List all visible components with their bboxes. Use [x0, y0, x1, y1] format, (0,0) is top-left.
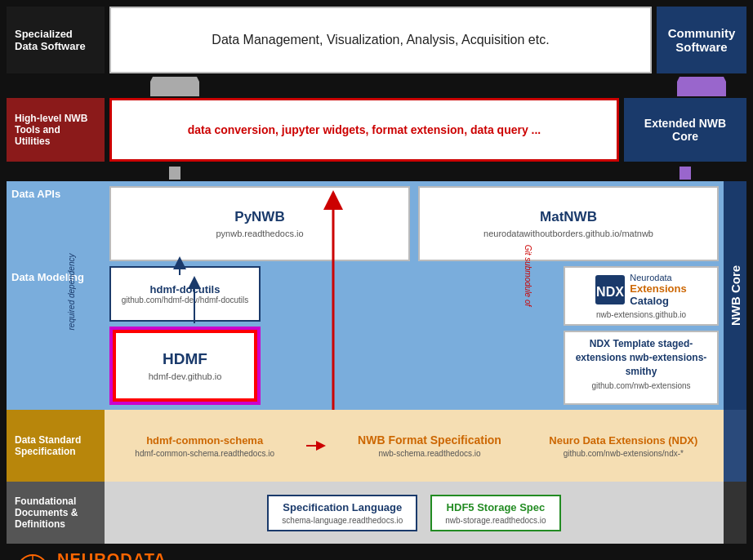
matnwb-url: neurodatawithoutborders.github.io/matnwb: [483, 229, 653, 238]
hdf5-url: nwb-storage.readthedocs.io: [445, 516, 546, 525]
purple-up-arrow: [677, 77, 726, 96]
pynwb-box: PyNWB pynwb.readthedocs.io: [109, 186, 410, 261]
nwb-format-box: NWB Format Specification nwb-schema.read…: [336, 433, 523, 458]
ndx-template-box: NDX Template staged-extensions nwb-exten…: [564, 331, 719, 405]
nwb-logo-text: NEURODATA WITHOUT BORDERS: [57, 550, 167, 560]
nwb-logo-icon: [15, 553, 51, 561]
foundational-label: Foundational Documents & Definitions: [7, 482, 105, 544]
gray-up-arrow: [150, 77, 199, 96]
purple-up-arrow-2: [661, 165, 710, 181]
ndx-catalog-box: NDX Neurodata Extensions Catalog nwb-ext…: [564, 266, 719, 326]
neuro-ext-box: Neuro Data Extensions (NDX) github.com/n…: [530, 434, 717, 458]
hdmf-title: HDMF: [163, 350, 207, 368]
nwb-format-url: nwb-schema.readthedocs.io: [378, 449, 480, 458]
apis-boxes-row: PyNWB pynwb.readthedocs.io MatNWB neurod…: [109, 186, 719, 261]
modeling-row: hdmf-docutils github.com/hdmf-dev/hdmf-d…: [109, 266, 719, 405]
ndx-template-title: NDX Template staged-extensions nwb-exten…: [570, 337, 712, 378]
blue-main-section: Data APIs Data Modeling PyNWB pynwb.read…: [7, 181, 746, 410]
git-submodule-label: Git submodule of: [524, 235, 532, 317]
dss-row: Data Standard Specification hdmf-common-…: [7, 410, 746, 482]
ndx-catalog-url: nwb-extensions.github.io: [596, 310, 686, 319]
nwb-core-label: NWB Core: [724, 181, 746, 410]
hdmf-schema-box: hdmf-common-schema hdmf-common-schema.re…: [111, 434, 298, 458]
gray-up-arrow-2: [150, 165, 199, 181]
data-management-box: Data Management, Visualization, Analysis…: [109, 7, 652, 73]
blue-content-area: PyNWB pynwb.readthedocs.io MatNWB neurod…: [105, 181, 724, 410]
data-modeling-label: Data Modeling: [11, 269, 100, 405]
hdmf-schema-url: hdmf-common-schema.readthedocs.io: [135, 449, 274, 458]
neuro-ext-title: Neuro Data Extensions (NDX): [549, 434, 697, 447]
ndx-extensions-text: Extensions: [630, 282, 686, 295]
right-extras-col: NDX Neurodata Extensions Catalog nwb-ext…: [564, 266, 719, 405]
hdmf-schema-title: hdmf-common-schema: [146, 434, 263, 447]
matnwb-box: MatNWB neurodatawithoutborders.github.io…: [418, 186, 719, 261]
ndx-catalog-text: Catalog: [630, 295, 686, 307]
arrows-row-1: [7, 77, 746, 96]
hdf5-title: HDF5 Storage Spec: [447, 501, 546, 513]
hdmf-docutils-title: hdmf-docutils: [150, 283, 221, 296]
svg-text:NDX: NDX: [596, 285, 624, 299]
spec-lang-box: Specification Language schema-language.r…: [267, 495, 417, 531]
hdmf-docutils-box: hdmf-docutils github.com/hdmf-dev/hdmf-d…: [109, 266, 261, 322]
dss-label: Data Standard Specification: [7, 410, 105, 482]
specialized-label: Specialized Data Software: [7, 7, 105, 73]
main-wrapper: Specialized Data Software Data Managemen…: [0, 0, 753, 560]
foundational-content: Specification Language schema-language.r…: [105, 482, 724, 544]
neurodata-text: NEURODATA: [57, 550, 167, 560]
hdmf-box: HDMF hdmf-dev.github.io: [109, 327, 261, 405]
hdf5-box: HDF5 Storage Spec nwb-storage.readthedoc…: [430, 495, 560, 531]
extended-nwb-box: Extended NWB Core: [624, 98, 746, 162]
hdmf-url: hdmf-dev.github.io: [149, 371, 222, 381]
matnwb-title: MatNWB: [540, 209, 597, 225]
diagram-container: Specialized Data Software Data Managemen…: [7, 7, 746, 518]
pynwb-url: pynwb.readthedocs.io: [216, 229, 303, 238]
schema-to-format-arrow: [305, 438, 329, 454]
dss-right-filler: [724, 410, 746, 482]
spec-lang-url: schema-language.readthedocs.io: [282, 516, 403, 525]
pynwb-title: PyNWB: [234, 209, 284, 225]
dss-content: hdmf-common-schema hdmf-common-schema.re…: [105, 410, 724, 482]
nwb-format-title: NWB Format Specification: [358, 433, 501, 447]
ndx-neurodata-text: Neurodata: [630, 273, 686, 282]
spec-lang-title: Specification Language: [283, 501, 402, 513]
data-conversion-box: data conversion, jupyter widgets, format…: [109, 98, 619, 162]
top-row: Specialized Data Software Data Managemen…: [7, 7, 746, 73]
blue-left-labels: Data APIs Data Modeling: [7, 181, 105, 410]
hdmf-docutils-url: github.com/hdmf-dev/hdmf-docutils: [122, 296, 249, 304]
required-dep-label: required dependency: [67, 247, 76, 337]
footer: NEURODATA WITHOUT BORDERS nwb.org: [7, 547, 746, 560]
highlevel-row: High-level NWB Tools and Utilities data …: [7, 98, 746, 162]
community-software-box: Community Software: [657, 7, 746, 73]
foundational-row: Foundational Documents & Definitions Spe…: [7, 482, 746, 544]
arrows-row-2: [7, 165, 746, 181]
highlevel-label: High-level NWB Tools and Utilities: [7, 98, 105, 162]
neuro-ext-url: github.com/nwb-extensions/ndx-*: [564, 449, 684, 458]
data-apis-label: Data APIs: [11, 186, 100, 269]
nwb-logo-group: NEURODATA WITHOUT BORDERS: [15, 550, 167, 560]
ndx-logo: NDX: [595, 275, 625, 304]
ndx-template-url: github.com/nwb-extensions: [591, 381, 690, 390]
found-right-filler: [724, 482, 746, 544]
left-modeling-col: hdmf-docutils github.com/hdmf-dev/hdmf-d…: [109, 266, 261, 405]
